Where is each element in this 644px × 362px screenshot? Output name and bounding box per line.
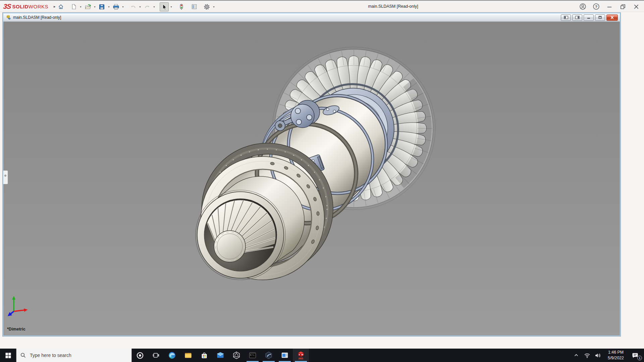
tray-chevron-button[interactable] xyxy=(571,349,582,362)
restore-button[interactable] xyxy=(619,3,627,10)
settings-button[interactable] xyxy=(202,2,211,11)
cmd-prompt-text: C:\_ xyxy=(250,354,255,356)
display-options-list-icon xyxy=(191,4,197,10)
select-tool-button[interactable] xyxy=(160,2,169,11)
3d-viewer-icon xyxy=(232,351,240,359)
app-window-title: main.SLDASM [Read-only] xyxy=(368,1,418,12)
taskbar-icon-edrawings[interactable] xyxy=(261,349,277,362)
graphics-viewport[interactable]: *Dimetric xyxy=(3,22,620,336)
taskbar-icon-store[interactable] xyxy=(196,349,212,362)
doc-minimize-icon xyxy=(587,16,591,19)
chevron-up-icon xyxy=(574,353,579,358)
display-options-button[interactable] xyxy=(190,2,199,11)
taskbar-icon-cortana[interactable] xyxy=(132,349,148,362)
minimize-button[interactable] xyxy=(606,3,613,10)
select-cursor-icon xyxy=(161,4,167,10)
clock-date: 5/9/2022 xyxy=(603,355,629,361)
undo-dropdown[interactable]: ▾ xyxy=(138,2,142,11)
doc-pane-left-button[interactable] xyxy=(561,14,571,21)
taskbar-icon-solidworks[interactable]: S W 2021 xyxy=(293,349,309,362)
document-window: main.SLDASM [Read-only] xyxy=(3,13,621,336)
save-icon xyxy=(99,4,105,10)
account-icon xyxy=(579,3,586,10)
search-icon xyxy=(20,353,26,358)
task-view-icon xyxy=(152,352,160,359)
feature-manager-collapsed-tab[interactable] xyxy=(3,170,8,184)
solidworks-logo-works: WORKS xyxy=(29,4,48,9)
doc-close-button[interactable] xyxy=(606,14,618,21)
taskbar-icon-task-view[interactable] xyxy=(148,349,164,362)
rebuild-button[interactable] xyxy=(177,2,186,11)
home-icon xyxy=(58,4,64,10)
speaker-icon xyxy=(595,353,601,358)
rebuild-traffic-light-icon xyxy=(178,4,184,10)
taskbar-icon-app-window[interactable] xyxy=(277,349,293,362)
print-dropdown[interactable]: ▾ xyxy=(121,2,125,11)
file-explorer-icon xyxy=(184,351,192,359)
redo-dropdown[interactable]: ▾ xyxy=(152,2,156,11)
doc-restore-button[interactable] xyxy=(595,14,605,21)
pane-right-icon xyxy=(575,16,580,19)
save-button[interactable] xyxy=(97,2,106,11)
engine-3d-model xyxy=(193,41,451,289)
redo-icon xyxy=(144,4,151,10)
assembly-document-icon xyxy=(5,15,11,20)
svg-text:?: ? xyxy=(595,5,597,9)
tray-volume-button[interactable] xyxy=(592,349,603,362)
select-tool-dropdown[interactable]: ▾ xyxy=(169,2,173,11)
orientation-triad[interactable] xyxy=(6,293,37,325)
taskbar-clock[interactable]: 1:46 PM 5/9/2022 xyxy=(603,350,629,361)
taskbar-icon-command-prompt[interactable]: C:\_ xyxy=(245,349,261,362)
solidworks-2021-icon: S W 2021 xyxy=(297,351,305,360)
titlebar-right-controls: ? xyxy=(579,1,640,12)
print-icon xyxy=(113,4,119,10)
start-button[interactable] xyxy=(0,349,16,362)
minimize-icon xyxy=(606,4,612,10)
save-dropdown[interactable]: ▾ xyxy=(107,2,111,11)
solidworks-logo-mark: 3S xyxy=(3,3,11,10)
mail-icon xyxy=(216,351,224,359)
redo-button[interactable] xyxy=(143,2,152,11)
taskbar-icon-file-explorer[interactable] xyxy=(180,349,196,362)
action-center-button[interactable]: 1 xyxy=(629,349,642,362)
doc-restore-icon xyxy=(598,16,602,19)
workspace: main.SLDASM [Read-only] xyxy=(0,12,644,349)
system-tray: 1:46 PM 5/9/2022 1 xyxy=(571,349,644,362)
open-dropdown[interactable]: ▾ xyxy=(93,2,97,11)
app-titlebar: 3S SOLIDWORKS ▸ ▾ xyxy=(0,0,644,12)
account-button[interactable] xyxy=(579,3,586,10)
tray-network-button[interactable] xyxy=(582,349,592,362)
solidworks-logo: 3S SOLIDWORKS ▸ xyxy=(3,1,56,12)
new-document-button[interactable] xyxy=(69,2,78,11)
taskbar-icon-edge[interactable] xyxy=(164,349,180,362)
open-button[interactable] xyxy=(83,2,92,11)
doc-minimize-button[interactable] xyxy=(584,14,594,21)
settings-dropdown[interactable]: ▾ xyxy=(212,2,216,11)
taskbar-icon-mail[interactable] xyxy=(212,349,228,362)
document-titlebar[interactable]: main.SLDASM [Read-only] xyxy=(3,13,620,22)
settings-gear-icon xyxy=(204,4,210,10)
wifi-icon xyxy=(584,353,590,358)
taskbar-icon-3d-viewer[interactable] xyxy=(228,349,245,362)
close-icon xyxy=(633,4,639,10)
taskbar-search[interactable] xyxy=(16,349,132,362)
view-orientation-label: *Dimetric xyxy=(7,327,25,331)
solidworks-logo-solid: SOLID xyxy=(12,4,28,9)
print-button[interactable] xyxy=(111,2,120,11)
help-icon: ? xyxy=(593,3,600,10)
sw-icon-year: 2021 xyxy=(299,357,304,360)
doc-pane-right-button[interactable] xyxy=(572,14,582,21)
new-document-dropdown[interactable]: ▾ xyxy=(79,2,83,11)
breadcrumb-expand-icon[interactable]: ▸ xyxy=(54,4,56,9)
solidworks-application: 3S SOLIDWORKS ▸ ▾ xyxy=(0,0,644,362)
search-input[interactable] xyxy=(29,352,131,358)
doc-close-icon xyxy=(610,16,614,19)
home-button[interactable] xyxy=(56,2,65,11)
undo-icon xyxy=(130,4,137,10)
taskbar: C:\_ S W xyxy=(0,349,644,362)
help-button[interactable]: ? xyxy=(592,3,600,10)
undo-button[interactable] xyxy=(128,2,138,11)
close-button[interactable] xyxy=(633,3,640,10)
windows-logo-icon xyxy=(5,353,11,358)
triad-y-axis xyxy=(12,296,15,311)
